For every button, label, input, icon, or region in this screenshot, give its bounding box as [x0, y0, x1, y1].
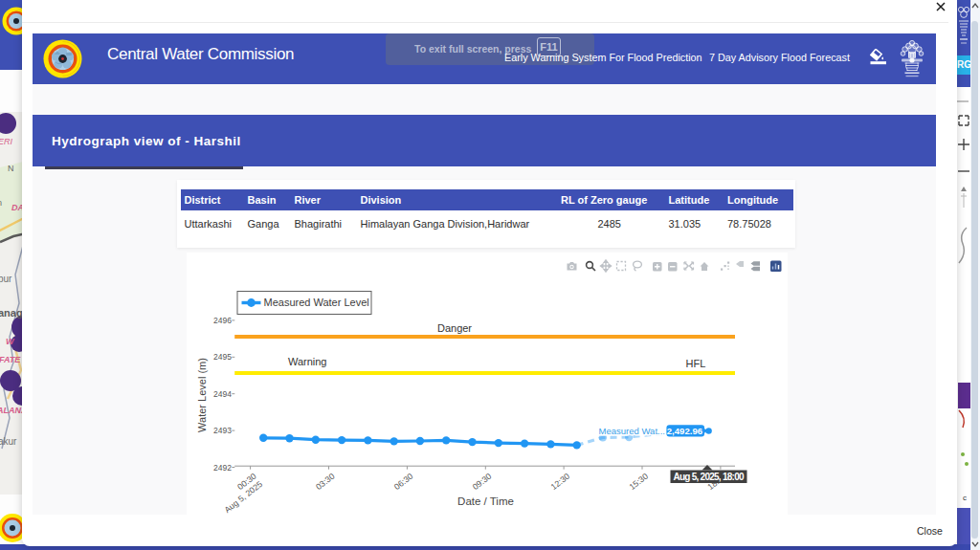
- svg-text:pur: pur: [0, 274, 12, 284]
- svg-text:Date / Time: Date / Time: [457, 495, 514, 507]
- svg-text:Aug 5, 2025, 18:00: Aug 5, 2025, 18:00: [673, 471, 744, 481]
- svg-text:anag: anag: [0, 307, 23, 319]
- svg-text:ERI: ERI: [0, 137, 13, 146]
- svg-text:15:30: 15:30: [627, 471, 650, 491]
- svg-text:Warning: Warning: [287, 356, 326, 367]
- svg-text:2493: 2493: [212, 426, 231, 435]
- svg-text:2496: 2496: [212, 316, 231, 325]
- svg-text:akur: akur: [0, 436, 17, 447]
- svg-text:Danger: Danger: [436, 322, 471, 334]
- svg-text:2,492.96: 2,492.96: [666, 426, 702, 436]
- svg-text:2495: 2495: [212, 352, 231, 362]
- svg-text:N: N: [8, 164, 14, 173]
- svg-text:2494: 2494: [212, 388, 231, 398]
- svg-text:09:30: 09:30: [470, 471, 493, 491]
- svg-text:Water Level (m): Water Level (m): [196, 358, 208, 432]
- svg-text:n: n: [0, 198, 2, 208]
- svg-text:12:30: 12:30: [548, 471, 571, 491]
- svg-text:Measured Wat...: Measured Wat...: [598, 426, 664, 436]
- svg-text:FATE: FATE: [0, 355, 21, 364]
- svg-text:2492: 2492: [212, 462, 231, 472]
- svg-text:Measured Water Level: Measured Water Level: [263, 296, 368, 307]
- svg-text:c: c: [963, 494, 967, 502]
- svg-text:HFL: HFL: [685, 358, 705, 369]
- svg-text:03:30: 03:30: [314, 471, 337, 491]
- svg-text:06:30: 06:30: [391, 471, 414, 491]
